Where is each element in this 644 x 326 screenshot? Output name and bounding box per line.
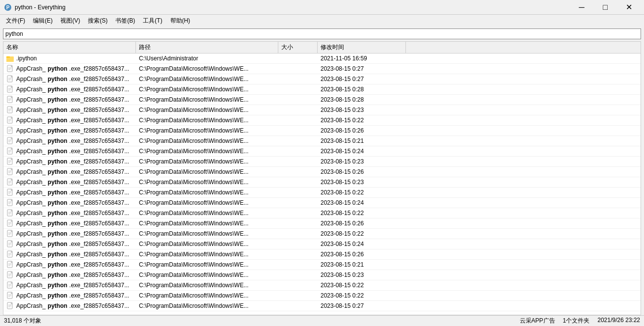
cell-extra	[406, 198, 641, 208]
table-row[interactable]: AppCrash_python.exe_f28857c658437...C:\P…	[3, 249, 641, 260]
close-button[interactable]: ✕	[617, 0, 640, 15]
file-icon	[6, 127, 14, 135]
menu-item-t[interactable]: 工具(T)	[139, 16, 166, 26]
table-row[interactable]: AppCrash_python.exe_f28857c658437...C:\P…	[3, 198, 641, 208]
cell-modified: 2023-08-15 0:21	[318, 136, 406, 146]
table-row[interactable]: AppCrash_python.exe_f28857c658437...C:\P…	[3, 95, 641, 105]
table-row[interactable]: AppCrash_python.exe_f28857c658437...C:\P…	[3, 291, 641, 301]
table-row[interactable]: AppCrash_python.exe_f28857c658437...C:\P…	[3, 64, 641, 74]
maximize-button[interactable]: □	[594, 0, 617, 15]
file-icon	[6, 230, 14, 238]
cell-extra	[406, 95, 641, 105]
cell-path: C:\ProgramData\Microsoft\Windows\WE...	[136, 291, 278, 300]
table-row[interactable]: AppCrash_python.exe_f28857c658437...C:\P…	[3, 84, 641, 95]
app-icon: P	[4, 3, 12, 11]
cell-size	[278, 229, 318, 239]
folder-icon	[6, 54, 14, 62]
cell-modified: 2023-08-15 0:23	[318, 270, 406, 280]
table-row[interactable]: AppCrash_python.exe_f28857c658437...C:\P…	[3, 177, 641, 188]
table-row[interactable]: AppCrash_python.exe_f28857c658437...C:\P…	[3, 208, 641, 218]
table-row[interactable]: AppCrash_python.exe_f28857c658437...C:\P…	[3, 126, 641, 136]
table-row[interactable]: AppCrash_python.exe_f28857c658437...C:\P…	[3, 146, 641, 157]
cell-path: C:\ProgramData\Microsoft\Windows\WE...	[136, 64, 278, 74]
table-row[interactable]: AppCrash_python.exe_f28857c658437...C:\P…	[3, 157, 641, 167]
cell-path: C:\ProgramData\Microsoft\Windows\WE...	[136, 218, 278, 228]
table-row[interactable]: AppCrash_python.exe_f28857c658437...C:\P…	[3, 270, 641, 280]
table-row[interactable]: AppCrash_python.exe_f28857c658437...C:\P…	[3, 167, 641, 177]
cell-extra	[406, 188, 641, 197]
menu-item-v[interactable]: 视图(V)	[56, 16, 84, 26]
col-header-name[interactable]: 名称	[3, 42, 136, 53]
cell-name: AppCrash_python.exe_f28857c658437...	[3, 280, 136, 290]
menu-item-b[interactable]: 书签(B)	[111, 16, 139, 26]
cell-name: AppCrash_python.exe_f28857c658437...	[3, 260, 136, 270]
table-row[interactable]: AppCrash_python.exe_f28857c658437...C:\P…	[3, 136, 641, 146]
cell-size	[278, 157, 318, 166]
search-input[interactable]	[3, 28, 641, 39]
table-row[interactable]: AppCrash_python.exe_f28857c658437...C:\P…	[3, 239, 641, 249]
cell-size	[278, 188, 318, 197]
file-icon	[6, 116, 14, 124]
cell-name: AppCrash_python.exe_f28857c658437...	[3, 95, 136, 105]
cell-modified: 2023-08-15 0:26	[318, 167, 406, 177]
table-row[interactable]: AppCrash_python.exe_f28857c658437...C:\P…	[3, 229, 641, 239]
cell-name: AppCrash_python.exe_f28857c658437...	[3, 249, 136, 259]
menu-item-h[interactable]: 帮助(H)	[166, 16, 194, 26]
cell-size	[278, 126, 318, 136]
col-header-size[interactable]: 大小	[278, 42, 318, 53]
cell-extra	[406, 64, 641, 74]
cell-size	[278, 177, 318, 187]
status-date: 2021/9/26 23:22	[597, 317, 640, 325]
table-row[interactable]: AppCrash_python.exe_f28857c658437...C:\P…	[3, 280, 641, 291]
menu-item-e[interactable]: 编辑(E)	[29, 16, 56, 26]
minimize-button[interactable]: ─	[570, 0, 593, 15]
table-row[interactable]: AppCrash_python.exe_f28857c658437...C:\P…	[3, 218, 641, 229]
col-header-path[interactable]: 路径	[136, 42, 278, 53]
menu-item-s[interactable]: 搜索(S)	[84, 16, 111, 26]
table-row[interactable]: AppCrash_python.exe_f28857c658437...C:\P…	[3, 188, 641, 198]
table-row[interactable]: AppCrash_python.exe_f28857c658437...C:\P…	[3, 301, 641, 311]
cell-extra	[406, 54, 641, 63]
cell-path: C:\ProgramData\Microsoft\Windows\WE...	[136, 84, 278, 94]
cell-path: C:\ProgramData\Microsoft\Windows\WE...	[136, 136, 278, 146]
table-row[interactable]: AppCrash_python.exe_f28857c658437...C:\P…	[3, 260, 641, 270]
table-body: .ipythonC:\Users\Administrator2021-11-05…	[3, 54, 641, 315]
cell-size	[278, 301, 318, 311]
cell-size	[278, 136, 318, 146]
cell-modified: 2023-08-15 0:22	[318, 188, 406, 197]
file-icon	[6, 199, 14, 207]
cell-path: C:\ProgramData\Microsoft\Windows\WE...	[136, 270, 278, 280]
cell-size	[278, 239, 318, 249]
table-row[interactable]: .ipythonC:\Users\Administrator2021-11-05…	[3, 54, 641, 64]
cell-path: C:\ProgramData\Microsoft\Windows\WE...	[136, 167, 278, 177]
cell-path: C:\ProgramData\Microsoft\Windows\WE...	[136, 239, 278, 249]
cell-name: AppCrash_python.exe_f28857c658437...	[3, 126, 136, 136]
cell-name: AppCrash_python.exe_f28857c658437...	[3, 229, 136, 239]
cell-name: AppCrash_python.exe_f28857c658437...	[3, 157, 136, 166]
cell-size	[278, 105, 318, 115]
table-row[interactable]: AppCrash_python.exe_f28857c658437...C:\P…	[3, 115, 641, 126]
menu-bar: 文件(F)编辑(E)视图(V)搜索(S)书签(B)工具(T)帮助(H)	[0, 15, 644, 27]
cell-name: AppCrash_python.exe_f28857c658437...	[3, 84, 136, 94]
menu-item-f[interactable]: 文件(F)	[2, 16, 29, 26]
cell-extra	[406, 249, 641, 259]
cell-size	[278, 198, 318, 208]
col-header-modified[interactable]: 修改时间	[318, 42, 406, 53]
cell-path: C:\ProgramData\Microsoft\Windows\WE...	[136, 105, 278, 115]
file-icon	[6, 209, 14, 217]
cell-path: C:\ProgramData\Microsoft\Windows\WE...	[136, 260, 278, 270]
cell-path: C:\ProgramData\Microsoft\Windows\WE...	[136, 74, 278, 84]
title-controls: ─ □ ✕	[570, 0, 640, 15]
cell-extra	[406, 239, 641, 249]
cell-size	[278, 95, 318, 105]
cell-path: C:\ProgramData\Microsoft\Windows\WE...	[136, 157, 278, 166]
table-row[interactable]: AppCrash_python.exe_f28857c658437...C:\P…	[3, 74, 641, 84]
file-icon	[6, 240, 14, 248]
cell-name: AppCrash_python.exe_f28857c658437...	[3, 301, 136, 311]
cell-extra	[406, 115, 641, 125]
file-icon	[6, 147, 14, 155]
table-row[interactable]: AppCrash_python.exe_f28857c658437...C:\P…	[3, 105, 641, 115]
cell-extra	[406, 208, 641, 218]
cell-path: C:\ProgramData\Microsoft\Windows\WE...	[136, 208, 278, 218]
cell-extra	[406, 280, 641, 290]
